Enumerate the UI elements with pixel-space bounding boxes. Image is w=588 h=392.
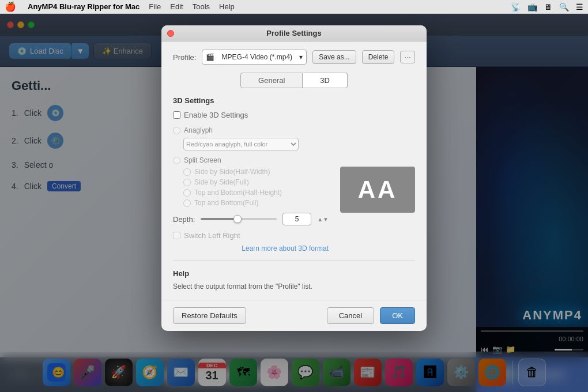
help-title: Help bbox=[173, 269, 415, 278]
display-icon[interactable]: 🖥 bbox=[544, 2, 552, 12]
switch-row: Switch Left Right bbox=[173, 231, 329, 240]
dialog-profile-dropdown[interactable]: 🎬 MPEG-4 Video (*.mp4) ▾ bbox=[202, 50, 307, 65]
dialog-dropdown-chevron: ▾ bbox=[299, 53, 303, 61]
modal-overlay: Profile Settings Profile: 🎬 MPEG-4 Video… bbox=[0, 14, 588, 392]
split-option-2: Top and Bottom(Half-Height) bbox=[183, 189, 329, 197]
split-label-3: Top and Bottom(Full) bbox=[194, 199, 258, 207]
dialog-profile-row: Profile: 🎬 MPEG-4 Video (*.mp4) ▾ Save a… bbox=[173, 50, 415, 65]
app-name: AnyMP4 Blu-ray Ripper for Mac bbox=[28, 2, 140, 11]
dialog-close-button[interactable] bbox=[167, 30, 174, 37]
settings-body: Anaglyph Red/cyan anaglyph, full color S… bbox=[173, 126, 415, 252]
settings-left: Anaglyph Red/cyan anaglyph, full color S… bbox=[173, 126, 329, 252]
split-radio-2[interactable] bbox=[183, 189, 191, 197]
depth-slider-thumb bbox=[233, 215, 242, 223]
dialog-content: Profile: 🎬 MPEG-4 Video (*.mp4) ▾ Save a… bbox=[161, 42, 427, 300]
dialog-title: Profile Settings bbox=[266, 29, 321, 37]
apple-icon[interactable]: 🍎 bbox=[5, 1, 16, 12]
aa-preview-container: AA bbox=[340, 126, 415, 252]
menu-help[interactable]: Help bbox=[219, 2, 235, 11]
depth-slider[interactable] bbox=[201, 218, 277, 220]
profile-settings-dialog: Profile Settings Profile: 🎬 MPEG-4 Video… bbox=[161, 25, 427, 331]
menu-tools[interactable]: Tools bbox=[193, 2, 210, 11]
enable-3d-checkbox[interactable] bbox=[173, 111, 180, 119]
dialog-profile-icon: 🎬 bbox=[206, 53, 214, 61]
anaglyph-radio[interactable] bbox=[173, 127, 180, 134]
dialog-tabs: General 3D bbox=[173, 73, 415, 88]
split-option-1: Side by Side(Full) bbox=[183, 178, 329, 186]
menu-file[interactable]: File bbox=[149, 2, 161, 11]
3d-settings-title: 3D Settings bbox=[173, 96, 415, 105]
dialog-profile-label: Profile: bbox=[173, 53, 196, 62]
notification-icon[interactable]: 📡 bbox=[511, 2, 521, 12]
cancel-button[interactable]: Cancel bbox=[327, 307, 374, 324]
section-divider bbox=[173, 261, 415, 261]
split-screen-section: Split Screen bbox=[173, 156, 329, 164]
learn-more-link[interactable]: Learn more about 3D format bbox=[173, 244, 329, 252]
restore-defaults-button[interactable]: Restore Defaults bbox=[173, 307, 246, 324]
delete-button[interactable]: Delete bbox=[362, 50, 395, 64]
dialog-titlebar: Profile Settings bbox=[161, 25, 427, 42]
cast-icon[interactable]: 📺 bbox=[527, 2, 537, 12]
dialog-profile-value: MPEG-4 Video (*.mp4) bbox=[222, 53, 293, 61]
anaglyph-label: Anaglyph bbox=[184, 126, 213, 134]
enable-3d-row: Enable 3D Settings bbox=[173, 111, 415, 119]
depth-stepper[interactable]: ▲▼ bbox=[317, 216, 329, 223]
split-radio-3[interactable] bbox=[183, 199, 191, 207]
depth-row: Depth: ▲▼ bbox=[173, 213, 329, 225]
anaglyph-dropdown[interactable]: Red/cyan anaglyph, full color bbox=[183, 138, 299, 150]
ok-button[interactable]: OK bbox=[380, 307, 415, 324]
more-options-button[interactable]: ··· bbox=[400, 51, 415, 63]
enable-3d-label: Enable 3D Settings bbox=[184, 111, 248, 119]
split-label-2: Top and Bottom(Half-Height) bbox=[194, 189, 282, 197]
search-icon[interactable]: 🔍 bbox=[559, 2, 569, 12]
split-option-0: Side by Side(Half-Width) bbox=[183, 168, 329, 176]
anaglyph-section: Anaglyph bbox=[173, 126, 329, 134]
depth-label: Depth: bbox=[173, 215, 195, 224]
split-screen-label: Split Screen bbox=[184, 156, 221, 164]
split-label-0: Side by Side(Half-Width) bbox=[194, 168, 270, 176]
tab-3d[interactable]: 3D bbox=[303, 73, 348, 88]
aa-preview: AA bbox=[340, 167, 415, 213]
help-text: Select the output format from the "Profi… bbox=[173, 281, 415, 292]
menu-edit[interactable]: Edit bbox=[170, 2, 183, 11]
split-label-1: Side by Side(Full) bbox=[194, 178, 249, 186]
split-radio-0[interactable] bbox=[183, 168, 191, 176]
menu-icon[interactable]: ☰ bbox=[576, 2, 583, 12]
split-screen-radio[interactable] bbox=[173, 157, 180, 164]
app-window: 💿 Load Disc ▼ ✨ Enhance Getti... 1. Clic… bbox=[0, 14, 588, 392]
tab-general[interactable]: General bbox=[240, 73, 303, 88]
depth-input[interactable] bbox=[282, 213, 311, 225]
save-as-button[interactable]: Save as... bbox=[312, 50, 356, 64]
dialog-footer: Restore Defaults Cancel OK bbox=[161, 300, 427, 331]
split-options: Side by Side(Half-Width) Side by Side(Fu… bbox=[183, 168, 329, 207]
split-radio-1[interactable] bbox=[183, 179, 191, 186]
menubar-status-icons: 📡 📺 🖥 🔍 ☰ bbox=[511, 2, 583, 12]
split-option-3: Top and Bottom(Full) bbox=[183, 199, 329, 207]
switch-lr-checkbox[interactable] bbox=[173, 232, 180, 239]
switch-lr-label: Switch Left Right bbox=[184, 231, 240, 240]
menubar: 🍎 AnyMP4 Blu-ray Ripper for Mac File Edi… bbox=[0, 0, 588, 14]
